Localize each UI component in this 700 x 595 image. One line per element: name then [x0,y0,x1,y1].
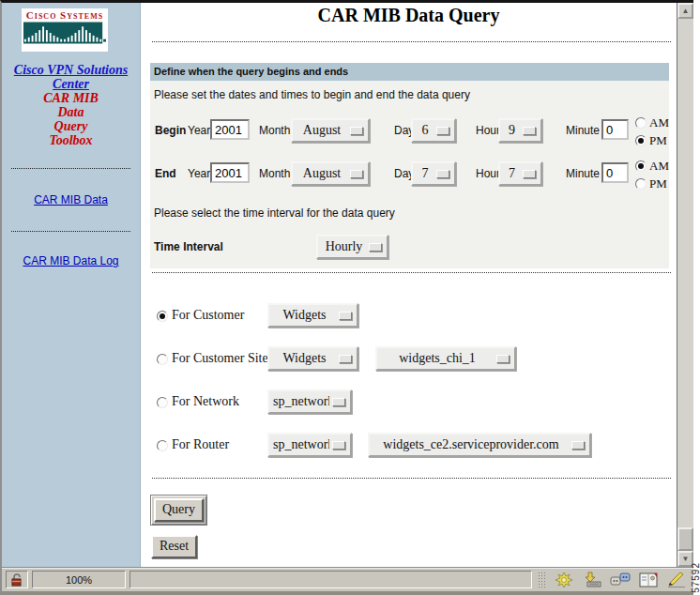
sidebar-link-car-mib-data-log[interactable]: CAR MIB Data Log [2,254,140,267]
interval-select[interactable]: Hourly [316,235,388,259]
month-label: Month [259,124,290,137]
dropdown-indicator-icon [350,127,363,135]
for-router-label: For Router [172,437,229,452]
site-select[interactable]: widgets_chi_1 [375,346,516,371]
minute-label: Minute [566,124,600,137]
vertical-scrollbar[interactable]: ▲ ▼ [677,3,693,567]
cisco-logo: Cisco Systems [22,8,108,52]
end-label: End [155,167,176,180]
page-title: CAR MIB Data Query [141,5,677,26]
for-network-radio[interactable] [157,397,168,408]
figure-number: 57592 [691,562,700,593]
end-minute-input[interactable] [601,162,629,183]
begin-month-select[interactable]: August [291,118,370,143]
browser-frame: Cisco Systems [0,0,693,595]
for-customer-site-row: For Customer Site Widgets widgets_chi_1 [141,339,677,382]
mailbox-icon[interactable] [581,571,603,589]
component-bar [553,571,688,589]
dropdown-indicator-icon [571,441,585,450]
navigator-icon[interactable] [553,571,575,589]
discussions-icon[interactable] [609,571,632,589]
for-router-row: For Router sp_network widgets_ce2.servic… [141,425,677,468]
screenshot-root: Cisco Systems [0,0,700,595]
begin-hour-select[interactable]: 9 [498,118,542,143]
for-customer-site-radio[interactable] [157,354,168,365]
end-day-select[interactable]: 7 [411,161,456,186]
dates-instruction: Please set the dates and times to begin … [154,88,470,101]
cisco-logo-text: Cisco Systems [23,10,106,21]
interval-instruction: Please select the time interval for the … [154,206,395,220]
sidebar-link-car-mib-data[interactable]: CAR MIB Data [2,193,140,206]
dropdown-indicator-icon [496,355,510,363]
actions-divider [152,478,671,479]
composer-icon[interactable] [665,571,688,589]
status-message-area [129,571,532,588]
sidebar-app-title: CAR MIB Data Query Toolbox [2,91,140,147]
sidebar-divider [11,231,130,232]
component-bar-grip[interactable] [538,572,547,588]
begin-meridiem-group: AM PM [635,114,669,148]
query-button[interactable]: Query [154,498,204,522]
for-customer-label: For Customer [172,308,244,323]
customer-select[interactable]: Widgets [267,303,358,328]
end-year-input[interactable] [210,162,250,183]
interval-row: Time Interval Hourly [150,227,669,270]
end-row: End Year Month August Day 7 H [150,154,669,197]
scrollbar-thumb[interactable] [677,527,693,551]
begin-pm-radio[interactable] [635,135,647,146]
end-month-select[interactable]: August [291,161,370,186]
zoom-level[interactable]: 100% [32,571,126,588]
dropdown-indicator-icon [332,441,345,450]
begin-row: Begin Year Month August Day 6 [150,111,669,154]
for-customer-site-label: For Customer Site [172,351,268,366]
end-am-radio[interactable] [635,160,647,172]
dropdown-indicator-icon [523,127,536,135]
dropdown-indicator-icon [339,312,352,320]
query-button-ring: Query [150,495,207,526]
scroll-up-arrow-icon[interactable]: ▲ [677,3,693,19]
for-customer-radio[interactable] [157,311,168,322]
minute-label: Minute [566,167,600,180]
sidebar-link-vpn-solutions-center[interactable]: Cisco VPN Solutions Center [2,63,140,91]
dropdown-indicator-icon [523,170,536,178]
dropdown-indicator-icon [339,355,352,363]
for-customer-row: For Customer Widgets [141,296,677,339]
site-customer-select[interactable]: Widgets [267,346,358,371]
for-router-radio[interactable] [157,440,168,451]
dropdown-indicator-icon [436,170,449,178]
begin-am-radio[interactable] [635,117,647,129]
when-section-panel: Please set the dates and times to begin … [150,81,669,268]
address-book-icon[interactable] [637,571,660,589]
sidebar-divider [11,168,130,169]
when-section-header: Define when the query begins and ends [150,63,669,81]
dropdown-indicator-icon [436,127,449,135]
security-lock-icon[interactable] [6,571,28,588]
title-divider [152,41,671,42]
router-select[interactable]: widgets_ce2.serviceprovider.com [368,433,591,457]
sidebar: Cisco Systems [2,3,141,567]
router-network-select[interactable]: sp_network [267,433,352,457]
hour-label: Hour [476,167,500,180]
dropdown-indicator-icon [369,243,382,252]
begin-minute-input[interactable] [601,119,629,140]
network-select[interactable]: sp_network [267,389,352,414]
end-pm-radio[interactable] [635,178,647,190]
end-meridiem-group: AM PM [635,158,669,191]
begin-day-select[interactable]: 6 [411,118,456,143]
dropdown-indicator-icon [332,398,345,406]
begin-year-input[interactable] [210,119,250,140]
cisco-waves-icon [23,22,106,44]
main-content: CAR MIB Data Query Define when the query… [141,3,677,567]
dropdown-indicator-icon [350,170,363,178]
reset-button[interactable]: Reset [151,535,197,558]
for-network-row: For Network sp_network [141,382,677,425]
status-bar: 100% [2,567,693,591]
hour-label: Hour [476,124,500,137]
interval-label: Time Interval [154,240,223,253]
section-divider [152,272,671,273]
begin-label: Begin [155,124,186,137]
for-network-label: For Network [172,394,239,409]
end-hour-select[interactable]: 7 [498,161,542,186]
year-label: Year [188,167,210,180]
year-label: Year [188,124,210,137]
